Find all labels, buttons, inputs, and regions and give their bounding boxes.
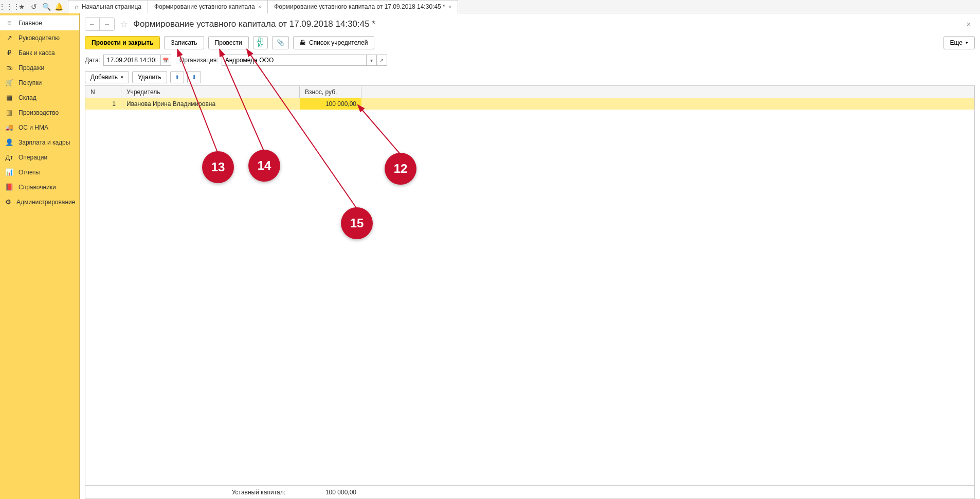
chevron-down-icon: ▾ <box>121 75 123 80</box>
sidebar-item-label: Склад <box>19 94 37 101</box>
close-page-button[interactable]: × <box>963 18 975 30</box>
founders-list-button[interactable]: 🖶 Список учредителей <box>293 36 374 49</box>
annotation-12: 12 <box>385 153 416 185</box>
history-icon[interactable]: ↺ <box>28 1 40 13</box>
sidebar-item-production[interactable]: ▥ Производство <box>0 105 79 120</box>
top-toolbar: ⋮⋮⋮ ★ ↺ 🔍 🔔 ⌂ Начальная страница Формиро… <box>0 0 980 13</box>
org-input-wrap: ▾ ↗ <box>222 55 387 66</box>
sidebar-item-main[interactable]: ≡ Главное <box>0 15 79 30</box>
date-label: Дата: <box>85 57 100 64</box>
sidebar-item-label: Справочники <box>19 184 56 191</box>
post-button[interactable]: Провести <box>208 36 249 49</box>
sidebar: ≡ Главное ↗ Руководителю ₽ Банк и касса … <box>0 13 80 499</box>
page-header: ← → ☆ Формирование уставного капитала от… <box>85 17 975 31</box>
cell-founder[interactable]: Иванова Ирина Владимировна <box>121 98 300 110</box>
sidebar-item-label: Руководителю <box>19 34 60 42</box>
sidebar-item-purchases[interactable]: 🛒 Покупки <box>0 75 79 90</box>
dt-kt-button[interactable]: ДтКт <box>253 36 268 49</box>
col-rest <box>361 86 974 98</box>
tab-doc-list[interactable]: Формирование уставного капитала × <box>148 0 268 13</box>
tab-label: Начальная страница <box>82 3 141 10</box>
sidebar-item-label: Администрирование <box>16 199 75 206</box>
table-toolbar: Добавить ▾ Удалить ⬆ ⬇ <box>85 71 975 83</box>
dropdown-icon[interactable]: ▾ <box>366 55 376 65</box>
delete-button[interactable]: Удалить <box>132 71 167 83</box>
tab-doc-current[interactable]: Формирование уставного капитала от 17.09… <box>268 0 458 13</box>
cell-number: 1 <box>85 98 121 110</box>
date-input[interactable] <box>104 55 160 65</box>
top-icons: ⋮⋮⋮ ★ ↺ 🔍 🔔 <box>0 1 68 13</box>
bell-icon[interactable]: 🔔 <box>52 1 65 13</box>
sidebar-item-label: Покупки <box>19 79 42 86</box>
org-input[interactable] <box>222 55 366 65</box>
nav-buttons: ← → <box>85 17 115 31</box>
debit-icon: Дт <box>5 153 13 161</box>
truck-icon: 🚚 <box>5 123 13 131</box>
sidebar-item-bank[interactable]: ₽ Банк и касса <box>0 45 79 60</box>
search-icon[interactable]: 🔍 <box>40 1 52 13</box>
sidebar-item-warehouse[interactable]: ▦ Склад <box>0 90 79 105</box>
annotation-13: 13 <box>202 151 234 183</box>
sidebar-item-label: Банк и касса <box>19 49 55 57</box>
move-up-button[interactable]: ⬆ <box>170 71 184 83</box>
button-label: Список учредителей <box>309 39 368 46</box>
save-button[interactable]: Записать <box>164 36 204 49</box>
table-footer: Уставный капитал: 100 000,00 <box>85 485 974 498</box>
sidebar-item-label: Продажи <box>19 64 44 72</box>
attachments-button[interactable]: 📎 <box>272 36 289 49</box>
chart-icon: ↗ <box>5 34 13 42</box>
sidebar-item-operations[interactable]: Дт Операции <box>0 150 79 165</box>
dtkt-icon: ДтКт <box>258 37 263 48</box>
print-icon: 🖶 <box>300 39 306 46</box>
filter-row: Дата: 📅 Организация: ▾ ↗ <box>85 55 975 66</box>
arrow-up-icon: ⬆ <box>175 74 179 81</box>
grid-icon: ▦ <box>5 94 13 101</box>
close-icon[interactable]: × <box>448 4 451 10</box>
menu-icon: ≡ <box>5 19 13 27</box>
forward-button[interactable]: → <box>100 18 114 30</box>
clip-icon: 📎 <box>277 39 284 46</box>
bag-icon: 🛍 <box>5 64 13 72</box>
page-title: Формирование уставного капитала от 17.09… <box>133 19 375 29</box>
action-toolbar: Провести и закрыть Записать Провести ДтК… <box>85 36 975 49</box>
footer-label: Уставный капитал: <box>85 489 300 496</box>
sidebar-item-label: Операции <box>19 154 47 161</box>
sidebar-item-label: Отчеты <box>19 169 40 176</box>
sidebar-item-manager[interactable]: ↗ Руководителю <box>0 30 79 45</box>
sidebar-item-admin[interactable]: ⚙ Администрирование <box>0 194 79 209</box>
add-button[interactable]: Добавить ▾ <box>85 71 129 83</box>
close-icon[interactable]: × <box>258 4 261 10</box>
home-icon: ⌂ <box>75 3 79 11</box>
cart-icon: 🛒 <box>5 79 13 86</box>
layout: ≡ Главное ↗ Руководителю ₽ Банк и касса … <box>0 13 980 499</box>
favorite-icon[interactable]: ☆ <box>120 19 128 30</box>
sidebar-item-label: Главное <box>19 20 42 27</box>
calendar-icon[interactable]: 📅 <box>160 55 171 65</box>
sidebar-item-salary[interactable]: 👤 Зарплата и кадры <box>0 135 79 150</box>
post-and-close-button[interactable]: Провести и закрыть <box>85 36 160 49</box>
col-number[interactable]: N <box>85 86 121 98</box>
cell-rest <box>361 98 974 110</box>
move-down-button[interactable]: ⬇ <box>187 71 201 83</box>
founders-table: N Учредитель Взнос, руб. 1 Иванова Ирина… <box>85 85 975 499</box>
sidebar-item-reports[interactable]: 📊 Отчеты <box>0 165 79 180</box>
sidebar-item-sales[interactable]: 🛍 Продажи <box>0 60 79 75</box>
back-button[interactable]: ← <box>85 18 100 30</box>
tabs-bar: ⌂ Начальная страница Формирование уставн… <box>68 0 458 13</box>
apps-icon[interactable]: ⋮⋮⋮ <box>3 1 15 13</box>
table-header: N Учредитель Взнос, руб. <box>85 86 974 98</box>
sidebar-item-assets[interactable]: 🚚 ОС и НМА <box>0 120 79 135</box>
date-input-wrap: 📅 <box>103 55 171 66</box>
star-icon[interactable]: ★ <box>15 1 28 13</box>
col-founder[interactable]: Учредитель <box>121 86 300 98</box>
col-amount[interactable]: Взнос, руб. <box>300 86 361 98</box>
footer-amount: 100 000,00 <box>300 489 361 496</box>
cell-amount[interactable]: 100 000,00 <box>300 98 361 110</box>
sidebar-item-catalogs[interactable]: 📕 Справочники <box>0 180 79 194</box>
tab-home[interactable]: ⌂ Начальная страница <box>68 0 148 13</box>
more-button[interactable]: Еще ▾ <box>943 36 975 49</box>
barchart-icon: 📊 <box>5 168 13 176</box>
sidebar-item-label: Производство <box>19 109 59 116</box>
table-row[interactable]: 1 Иванова Ирина Владимировна 100 000,00 <box>85 98 974 110</box>
open-icon[interactable]: ↗ <box>376 55 387 65</box>
